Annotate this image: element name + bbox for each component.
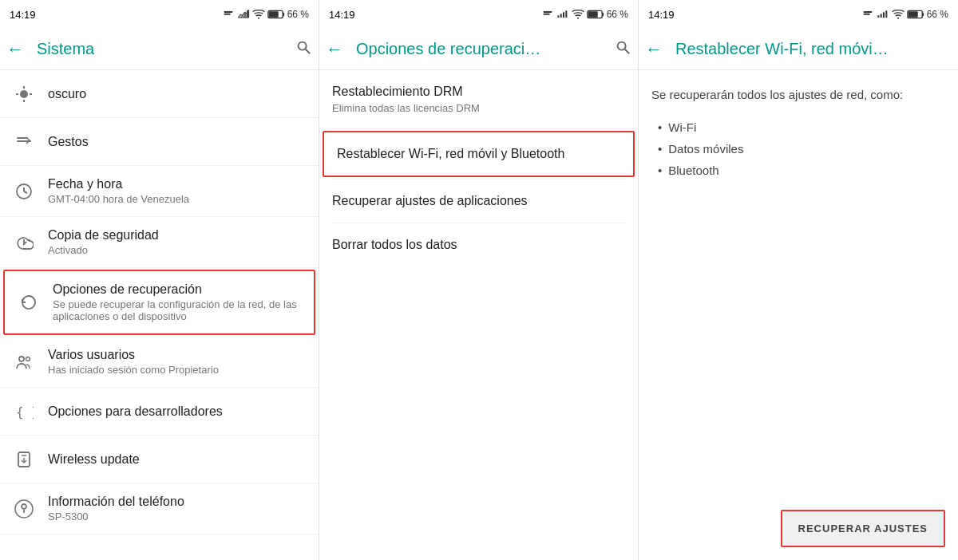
svg-rect-52 (908, 11, 917, 17)
panel3-bottom: RECUPERAR AJUSTES (639, 318, 958, 560)
settings-item-fecha[interactable]: Fecha y hora GMT-04:00 hora de Venezuela (0, 166, 319, 217)
recovery-item-drm[interactable]: Restablecimiento DRM Elimina todas las l… (319, 70, 638, 128)
users-icon (14, 353, 34, 372)
copia-icon (13, 233, 35, 252)
svg-line-42 (625, 49, 630, 54)
drm-subtitle: Elimina todas las licencias DRM (332, 102, 625, 114)
dev-icon: { } (13, 402, 35, 421)
svg-rect-47 (883, 12, 885, 18)
status-time-3: 14:19 (648, 9, 675, 21)
svg-rect-46 (880, 14, 881, 18)
fecha-text: Fecha y hora GMT-04:00 hora de Venezuela (48, 177, 306, 205)
settings-item-wireless[interactable]: Wireless update (0, 436, 319, 483)
svg-rect-51 (922, 13, 924, 17)
wireless-icon (13, 450, 35, 469)
borrar-title: Borrar todos los datos (332, 238, 625, 252)
signal-icon (237, 8, 250, 21)
svg-rect-1 (224, 14, 230, 15)
battery-icon-2 (587, 9, 604, 20)
back-button-2[interactable]: ← (326, 39, 343, 60)
telefono-title: Información del teléfono (48, 495, 306, 509)
panel3-network-list: Wi-Fi Datos móviles Bluetooth (658, 120, 945, 177)
telefono-text: Información del teléfono SP-5300 (48, 495, 306, 523)
signal-icon-2 (556, 8, 569, 21)
svg-rect-33 (557, 15, 559, 18)
svg-rect-5 (243, 12, 246, 18)
gestos-icon (13, 132, 35, 152)
settings-item-usuarios[interactable]: Varios usuarios Has iniciado sesión como… (0, 337, 319, 388)
wifi-icon-3 (892, 8, 905, 21)
wifi-icon (252, 8, 265, 21)
status-bar-3: 14:19 66 % (639, 0, 958, 29)
fecha-subtitle: GMT-04:00 hora de Venezuela (48, 193, 306, 205)
recuperacion-text: Opciones de recuperación Se puede recupe… (53, 282, 301, 322)
signal-icon-3 (877, 8, 889, 21)
panel2-title: Opciones de recuperaci… (356, 40, 601, 58)
settings-item-telefono[interactable]: Información del teléfono SP-5300 (0, 483, 319, 534)
svg-rect-35 (563, 12, 564, 18)
panel-sistema: 14:19 (0, 0, 319, 560)
wifi-title: Restablecer Wi-Fi, red móvil y Bluetooth (337, 147, 620, 161)
datos-item-label: Datos móviles (668, 142, 743, 156)
status-bar-2: 14:19 66 % (319, 0, 638, 29)
back-button-3[interactable]: ← (645, 39, 663, 60)
svg-rect-44 (863, 14, 869, 15)
recovery-item-borrar[interactable]: Borrar todos los datos (319, 223, 638, 266)
gestos-text: Gestos (48, 135, 306, 149)
settings-item-gestos[interactable]: Gestos (0, 118, 319, 166)
list-item-bluetooth: Bluetooth (658, 164, 945, 177)
oscuro-title: oscuro (48, 87, 306, 101)
developer-icon: { } (14, 402, 34, 421)
recovery-list: Restablecimiento DRM Elimina todas las l… (319, 70, 638, 560)
recovery-item-wifi[interactable]: Restablecer Wi-Fi, red móvil y Bluetooth (323, 131, 635, 177)
copia-title: Copia de seguridad (48, 228, 306, 243)
status-notif-2: 66 % (541, 8, 628, 21)
battery-icon-3 (907, 9, 924, 20)
search-button-1[interactable] (295, 38, 312, 60)
bluetooth-item-label: Bluetooth (668, 164, 718, 177)
svg-line-22 (24, 191, 27, 193)
usuarios-text: Varios usuarios Has iniciado sesión como… (48, 348, 306, 376)
svg-point-41 (618, 42, 626, 50)
drm-title: Restablecimiento DRM (332, 85, 625, 99)
panel3-content: Se recuperarán todos los ajustes de red,… (639, 70, 958, 318)
svg-rect-31 (543, 11, 552, 13)
toolbar-2: ← Opciones de recuperaci… (319, 29, 638, 70)
dev-title: Opciones para desarrolladores (48, 404, 306, 419)
panel1-title: Sistema (37, 40, 282, 58)
status-time-2: 14:19 (329, 9, 355, 21)
copia-text: Copia de seguridad Activado (48, 228, 306, 256)
settings-item-oscuro[interactable]: oscuro (0, 70, 319, 118)
oscuro-icon (13, 85, 35, 104)
fecha-icon (13, 182, 35, 201)
svg-rect-40 (588, 11, 597, 17)
svg-point-13 (20, 90, 28, 98)
search-button-2[interactable] (614, 38, 631, 60)
back-button-1[interactable]: ← (6, 39, 24, 60)
svg-rect-32 (543, 14, 549, 15)
status-notif-1: 66 % (222, 8, 309, 21)
recovery-item-apps[interactable]: Recuperar ajustes de aplicaciones (319, 179, 638, 223)
wireless-update-icon (14, 450, 34, 469)
status-notif-3: 66 % (861, 8, 948, 21)
settings-item-copia[interactable]: Copia de seguridad Activado (0, 217, 319, 268)
settings-item-recuperacion[interactable]: Opciones de recuperación Se puede recupe… (3, 270, 315, 335)
svg-rect-45 (877, 15, 879, 18)
gesture-icon (14, 132, 34, 152)
svg-rect-36 (565, 10, 567, 18)
clock-icon (14, 182, 34, 201)
telefono-icon (13, 499, 35, 519)
svg-point-23 (19, 357, 24, 361)
search-icon-2 (614, 38, 631, 56)
wireless-text: Wireless update (48, 452, 306, 467)
recuperacion-subtitle: Se puede recuperar la configuración de l… (53, 298, 301, 322)
svg-point-37 (577, 18, 579, 19)
settings-list-1: oscuro Gestos (0, 70, 319, 560)
battery-text-1: 66 % (287, 9, 309, 20)
settings-item-dev[interactable]: { } Opciones para desarrolladores (0, 388, 319, 436)
svg-rect-10 (268, 11, 278, 17)
usuarios-subtitle: Has iniciado sesión como Propietario (48, 364, 306, 376)
recuperar-ajustes-button[interactable]: RECUPERAR AJUSTES (781, 510, 945, 547)
svg-point-7 (258, 18, 259, 19)
dev-text: Opciones para desarrolladores (48, 404, 306, 419)
